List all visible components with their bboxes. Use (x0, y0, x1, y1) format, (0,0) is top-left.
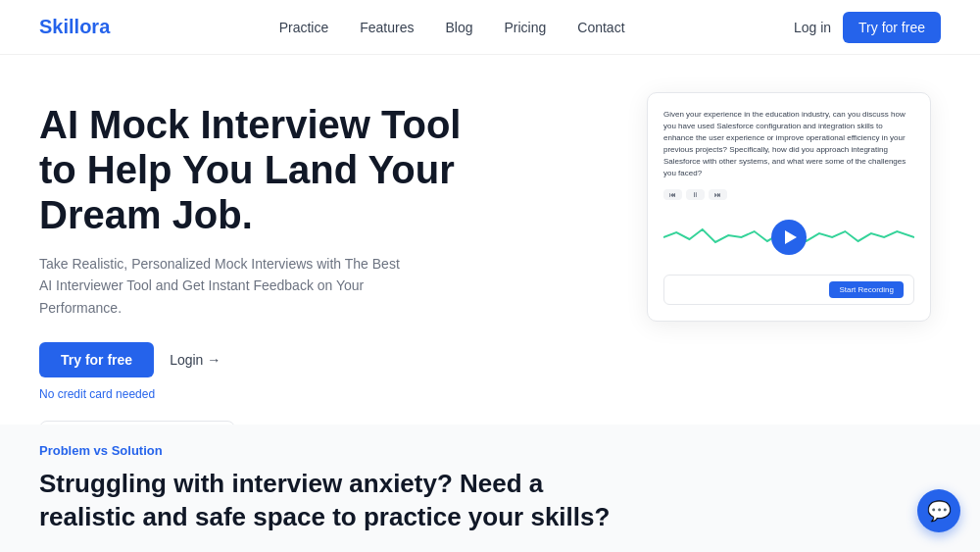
login-button[interactable]: Log in (794, 20, 831, 35)
prev-btn[interactable]: ⏮ (663, 189, 682, 200)
nav-actions: Log in Try for free (794, 12, 941, 43)
brand-logo[interactable]: Skillora (39, 16, 110, 38)
nav-contact[interactable]: Contact (577, 20, 624, 35)
login-button-hero[interactable]: Login → (170, 352, 220, 368)
next-btn[interactable]: ⏭ (709, 189, 727, 200)
play-icon (785, 230, 797, 244)
waveform-area (663, 208, 914, 267)
no-credit-card-text: No credit card needed (39, 387, 490, 401)
problem-solution-section: Problem vs Solution Struggling with inte… (0, 425, 980, 552)
hero-title: AI Mock Interview Tool to Help You Land … (39, 102, 490, 237)
nav-links: Practice Features Blog Pricing Contact (279, 20, 625, 35)
nav-features[interactable]: Features (360, 20, 414, 35)
recording-area: Start Recording (663, 275, 914, 305)
mock-controls: ⏮ ⏸ ⏭ (663, 189, 914, 200)
play-button[interactable] (771, 220, 807, 255)
nav-practice[interactable]: Practice (279, 20, 329, 35)
mock-interview-card: Given your experience in the education i… (647, 92, 931, 322)
chat-bubble-button[interactable]: 💬 (917, 489, 960, 532)
nav-pricing[interactable]: Pricing (504, 20, 546, 35)
navbar: Skillora Practice Features Blog Pricing … (0, 0, 980, 55)
hero-mock-ui: Given your experience in the education i… (637, 92, 941, 322)
hero-subtitle: Take Realistic, Personalized Mock Interv… (39, 253, 412, 319)
try-free-button-hero[interactable]: Try for free (39, 342, 154, 377)
problem-title: Struggling with interview anxiety? Need … (39, 468, 627, 534)
hero-left: AI Mock Interview Tool to Help You Land … (39, 102, 490, 467)
try-free-button-nav[interactable]: Try for free (843, 12, 941, 43)
nav-blog[interactable]: Blog (445, 20, 472, 35)
section-label: Problem vs Solution (39, 443, 941, 458)
hero-cta: Try for free Login → (39, 342, 490, 377)
mock-question-text: Given your experience in the education i… (663, 109, 914, 179)
pause-btn[interactable]: ⏸ (686, 189, 705, 200)
chat-icon: 💬 (927, 499, 952, 523)
hero-section: AI Mock Interview Tool to Help You Land … (0, 55, 980, 467)
start-recording-button[interactable]: Start Recording (829, 281, 904, 298)
